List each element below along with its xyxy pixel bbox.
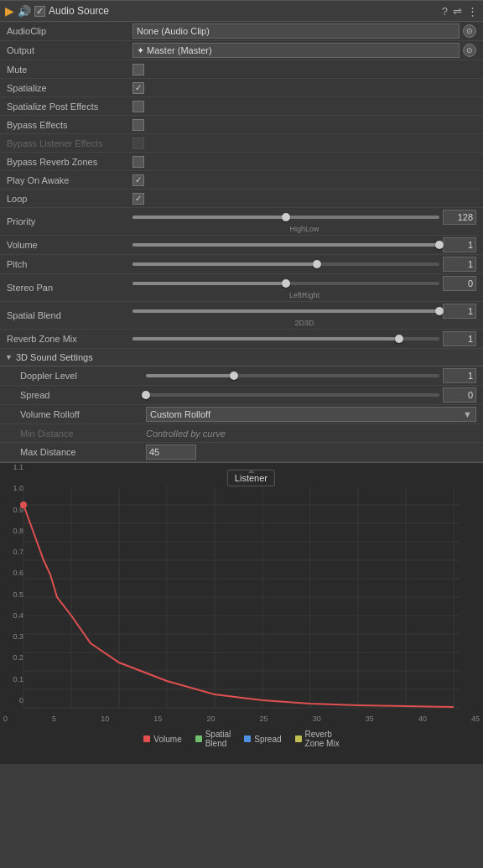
pitch-label: Pitch (7, 259, 132, 269)
doppler-input[interactable]: 1 (443, 368, 476, 383)
audioclip-row: AudioClip None (Audio Clip) ⊙ (0, 22, 483, 41)
play-on-awake-value: ✓ (132, 174, 476, 186)
volume-rolloff-dropdown[interactable]: Custom Rolloff ▼ (146, 407, 476, 422)
loop-checkbox[interactable]: ✓ (132, 193, 144, 205)
max-distance-label: Max Distance (20, 447, 146, 457)
max-distance-input[interactable]: 45 (146, 444, 196, 460)
volume-slider-container: 1 (132, 237, 476, 252)
chart-svg[interactable] (3, 486, 480, 713)
pitch-track[interactable] (132, 262, 439, 266)
spread-row: Spread 0 (0, 386, 483, 405)
output-label: Output (7, 45, 132, 55)
pitch-row: Pitch 1 (0, 255, 483, 274)
priority-row: Priority 128 High Low (0, 208, 483, 236)
chart-area[interactable]: Listener 1.1 1.0 0.9 0.8 0.7 0.6 0.5 0.4… (0, 462, 483, 764)
menu-icon[interactable]: ⋮ (467, 5, 478, 18)
bypass-reverb-zones-row: Bypass Reverb Zones (0, 153, 483, 171)
min-distance-controlled: Controlled by curve (146, 429, 226, 439)
spread-input[interactable]: 0 (443, 387, 476, 403)
output-select[interactable]: ✦ Master (Master) (132, 43, 460, 58)
min-distance-value: Controlled by curve (146, 429, 476, 439)
bypass-effects-row: Bypass Effects (0, 116, 483, 134)
spatialize-post-effects-label: Spatialize Post Effects (7, 101, 132, 112)
priority-fill (132, 216, 286, 219)
audioclip-select[interactable]: None (Audio Clip) (132, 23, 460, 39)
reverb-zone-mix-input[interactable]: 1 (443, 331, 476, 346)
help-icon[interactable]: ? (442, 5, 448, 18)
volume-thumb[interactable] (435, 241, 444, 249)
legend-spread: Spread (244, 730, 281, 748)
mute-label: Mute (7, 65, 132, 75)
doppler-level-value: 1 (146, 368, 476, 383)
bypass-listener-effects-value (132, 138, 476, 149)
max-distance-row: Max Distance 45 (0, 443, 483, 462)
legend-volume: Volume (143, 730, 181, 748)
output-picker[interactable]: ⊙ (463, 44, 476, 57)
play-on-awake-checkbox[interactable]: ✓ (132, 174, 144, 186)
reverb-zone-mix-track[interactable] (132, 337, 439, 340)
volume-fill (132, 243, 439, 247)
audioclip-label: AudioClip (7, 26, 132, 36)
spatialize-post-effects-checkbox[interactable] (132, 101, 144, 112)
max-distance-value: 45 (146, 444, 476, 460)
spatial-blend-row: Spatial Blend 1 2D 3D (0, 302, 483, 330)
priority-value: 128 High Low (132, 210, 476, 233)
bypass-effects-label: Bypass Effects (7, 120, 132, 130)
priority-input[interactable]: 128 (443, 210, 476, 225)
legend-spatial-blend: SpatialBlend (195, 730, 231, 748)
loop-value: ✓ (132, 193, 476, 205)
speaker-icon: 🔊 (18, 5, 31, 18)
audioclip-value: None (Audio Clip) ⊙ (132, 23, 476, 39)
pitch-input[interactable]: 1 (443, 257, 476, 272)
component-header: ▶ 🔊 ✓ Audio Source ? ⇌ ⋮ (0, 0, 483, 22)
bypass-effects-checkbox[interactable] (132, 119, 144, 131)
pitch-thumb[interactable] (313, 260, 321, 268)
stereo-pan-row: Stereo Pan 0 Left Right (0, 274, 483, 302)
spatial-blend-input[interactable]: 1 (443, 304, 476, 319)
chart-legend: Volume SpatialBlend Spread ReverbZone Mi… (3, 730, 480, 748)
doppler-slider-container: 1 (146, 368, 476, 383)
priority-track[interactable] (132, 216, 439, 219)
enabled-checkbox[interactable]: ✓ (34, 6, 45, 17)
settings-icon[interactable]: ⇌ (453, 5, 462, 18)
component-title: Audio Source (49, 5, 439, 17)
bypass-listener-effects-label: Bypass Listener Effects (7, 138, 132, 148)
spatial-blend-track[interactable] (132, 309, 439, 313)
doppler-thumb[interactable] (230, 372, 238, 380)
stereo-pan-thumb[interactable] (282, 279, 290, 288)
play-on-awake-row: Play On Awake ✓ (0, 171, 483, 190)
doppler-level-row: Doppler Level 1 (0, 366, 483, 386)
mute-checkbox[interactable] (132, 64, 144, 75)
doppler-track[interactable] (146, 374, 439, 377)
pitch-value: 1 (132, 257, 476, 272)
stereo-pan-label: Stereo Pan (7, 283, 132, 293)
3d-sound-settings-header[interactable]: ▼ 3D Sound Settings (0, 349, 483, 366)
output-value: ✦ Master (Master) ⊙ (132, 43, 476, 58)
volume-track[interactable] (132, 243, 439, 247)
bypass-reverb-zones-checkbox[interactable] (132, 156, 144, 168)
play-on-awake-label: Play On Awake (7, 175, 132, 185)
spread-label: Spread (20, 390, 146, 400)
audioclip-picker[interactable]: ⊙ (463, 24, 476, 38)
stereo-pan-input[interactable]: 0 (443, 276, 476, 291)
priority-thumb[interactable] (282, 213, 290, 221)
stereo-pan-value: 0 Left Right (132, 276, 476, 299)
spatialize-checkbox[interactable]: ✓ (132, 82, 144, 94)
spatialize-value: ✓ (132, 82, 476, 94)
chart-svg-container[interactable]: 0 5 10 15 20 25 30 35 40 45 (3, 486, 480, 723)
volume-input[interactable]: 1 (443, 237, 476, 252)
reverb-zone-mix-thumb[interactable] (395, 335, 403, 343)
volume-rolloff-row: Volume Rolloff Custom Rolloff ▼ (0, 405, 483, 424)
output-row: Output ✦ Master (Master) ⊙ (0, 41, 483, 60)
chart-tooltip: Listener (227, 470, 275, 486)
inspector-body: AudioClip None (Audio Clip) ⊙ Output ✦ M… (0, 22, 483, 764)
spread-thumb[interactable] (142, 391, 150, 399)
volume-label: Volume (7, 240, 132, 250)
spread-track[interactable] (146, 393, 439, 397)
doppler-level-label: Doppler Level (20, 371, 146, 381)
stereo-pan-labels: Left Right (288, 291, 321, 299)
spatial-blend-thumb[interactable] (435, 307, 444, 315)
stereo-pan-track[interactable] (132, 282, 439, 285)
reverb-zone-mix-slider-container: 1 (132, 331, 476, 346)
legend-spatial-blend-dot (195, 735, 202, 742)
